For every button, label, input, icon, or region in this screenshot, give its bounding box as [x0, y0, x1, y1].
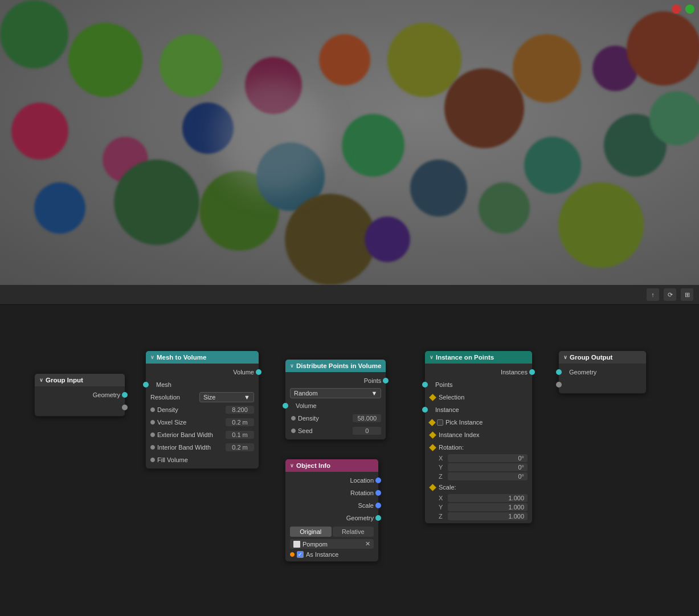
sx-value[interactable]: 1.000: [448, 494, 528, 502]
rotation-out-socket[interactable]: [375, 490, 381, 496]
volume-out-socket[interactable]: [256, 369, 261, 375]
density2-value[interactable]: 58.000: [353, 414, 381, 422]
instance-label: Instance: [435, 406, 528, 413]
chevron-icon: ∨: [563, 354, 567, 360]
selection-socket: [429, 394, 436, 401]
extra-out-socket: [122, 405, 128, 410]
random-label: Random: [294, 390, 318, 397]
node-toolbar: ↑ ⟳ ⊞: [0, 285, 699, 305]
mesh-label: Mesh: [156, 381, 254, 388]
instance-on-points-title: Instance on Points: [436, 354, 494, 361]
mode-buttons: Original Relative: [290, 527, 374, 537]
toolbar-grid-icon[interactable]: ⊞: [681, 288, 693, 301]
geometry-out-socket[interactable]: [122, 392, 128, 398]
object-field[interactable]: Pompom ✕: [290, 539, 374, 549]
points-in-socket[interactable]: [422, 382, 428, 387]
density2-label: Density: [298, 415, 353, 422]
density-row: Density 8.200: [146, 403, 259, 416]
red-circle-icon: [672, 5, 681, 14]
points-input-row: Points: [425, 378, 532, 391]
voxel-value[interactable]: 0.2 m: [226, 418, 254, 426]
interior-value[interactable]: 0.2 m: [226, 443, 254, 451]
extra-output-row: [35, 401, 125, 414]
toolbar-refresh-icon[interactable]: ⟳: [664, 288, 676, 301]
points-out-socket[interactable]: [383, 378, 389, 384]
rz-value[interactable]: 0°: [448, 472, 528, 480]
chevron-icon: ∨: [39, 377, 43, 383]
pick-checkbox[interactable]: [437, 419, 443, 426]
volume-output-row: Volume: [146, 366, 259, 378]
instance-in-socket[interactable]: [422, 407, 428, 413]
object-icon: [293, 541, 300, 548]
exterior-socket: [150, 433, 155, 437]
as-instance-checkbox[interactable]: ✓: [297, 551, 304, 558]
density-label: Density: [157, 406, 226, 413]
rotation-header-row: Rotation:: [425, 441, 532, 454]
volume-in-socket[interactable]: [283, 403, 288, 409]
points-out-label: Points: [290, 377, 381, 384]
interior-label: Interior Band Width: [157, 444, 226, 451]
resolution-dropdown[interactable]: Size ▼: [199, 392, 254, 402]
rx-value[interactable]: 0°: [448, 454, 528, 462]
mesh-to-volume-title: Mesh to Volume: [157, 354, 206, 361]
pick-socket: [428, 419, 436, 426]
instances-out-socket[interactable]: [529, 369, 535, 375]
exterior-value[interactable]: 0.1 m: [226, 431, 254, 439]
scale-out-socket[interactable]: [375, 503, 381, 508]
interior-socket: [150, 445, 155, 450]
random-dropdown[interactable]: Random ▼: [290, 388, 381, 398]
group-output-header[interactable]: ∨ Group Output: [559, 351, 646, 364]
as-instance-socket: [290, 552, 295, 557]
instances-output-row: Instances: [425, 366, 532, 378]
scale-x-row: X 1.000: [425, 493, 532, 503]
rotation-z-row: Z 0°: [425, 472, 532, 481]
instance-on-points-node: ∨ Instance on Points Instances Points Se…: [424, 350, 533, 524]
object-info-header[interactable]: ∨ Object Info: [285, 459, 378, 472]
node-canvas: ∨ Group Input Geometry ∨ Mesh to Volume: [0, 305, 699, 616]
sy-value[interactable]: 1.000: [448, 503, 528, 511]
density2-socket: [291, 416, 296, 421]
volume-in-label: Volume: [296, 402, 381, 409]
instance-on-points-header[interactable]: ∨ Instance on Points: [425, 351, 532, 364]
geometry-input-row: Geometry: [559, 366, 646, 378]
voxel-size-row: Voxel Size 0.2 m: [146, 416, 259, 429]
toolbar-up-icon[interactable]: ↑: [647, 288, 659, 301]
extra-input-row: [559, 378, 646, 391]
geometry-out-label: Geometry: [290, 515, 374, 521]
instance-index-label: Instance Index: [439, 431, 528, 438]
instance-index-socket: [429, 431, 436, 439]
original-button[interactable]: Original: [290, 527, 332, 537]
scale-y-row: Y 1.000: [425, 503, 532, 512]
points-output-row: Points: [285, 374, 386, 387]
density2-row: Density 58.000: [285, 412, 386, 425]
mesh-in-socket[interactable]: [143, 382, 149, 387]
extra-in-socket: [556, 382, 562, 387]
random-row: Random ▼: [285, 387, 386, 399]
mesh-to-volume-header[interactable]: ∨ Mesh to Volume: [146, 351, 259, 364]
sx-label: X: [439, 495, 448, 501]
dropdown-arrow2: ▼: [371, 390, 377, 397]
ry-label: Y: [439, 464, 448, 471]
top-right-icons: [672, 5, 694, 14]
voxel-socket: [150, 420, 155, 425]
object-name: Pompom: [303, 541, 363, 548]
resolution-value: Size: [203, 394, 215, 401]
geometry-out-socket2[interactable]: [375, 515, 381, 521]
distribute-points-header[interactable]: ∨ Distribute Points in Volume: [285, 360, 386, 372]
geometry-in-label: Geometry: [569, 369, 641, 376]
volume-label: Volume: [150, 369, 254, 376]
rz-label: Z: [439, 473, 448, 480]
sz-value[interactable]: 1.000: [448, 512, 528, 520]
pick-label: Pick Instance: [445, 419, 528, 426]
geometry-in-socket[interactable]: [556, 369, 562, 375]
object-clear-button[interactable]: ✕: [365, 540, 370, 548]
group-input-header[interactable]: ∨ Group Input: [35, 374, 125, 386]
relative-button[interactable]: Relative: [333, 527, 374, 537]
ry-value[interactable]: 0°: [448, 463, 528, 471]
density-value[interactable]: 8.200: [226, 406, 254, 414]
scale-header-label: Scale:: [439, 484, 528, 491]
object-info-title: Object Info: [296, 462, 330, 469]
resolution-label: Resolution: [150, 394, 197, 401]
location-out-socket[interactable]: [375, 478, 381, 483]
seed-value[interactable]: 0: [353, 427, 381, 435]
